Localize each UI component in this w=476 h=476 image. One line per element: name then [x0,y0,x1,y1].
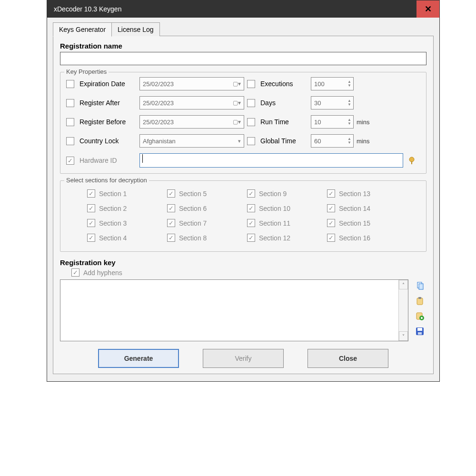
svg-rect-9 [421,317,422,319]
country-lock-label: Country Lock [79,137,137,145]
svg-rect-3 [419,284,423,289]
global-time-spinner[interactable]: 60 ▲▼ [311,134,354,148]
window-title: xDecoder 10.3 Keygen [54,5,416,13]
spinner-buttons[interactable]: ▲▼ [347,118,351,126]
scroll-down-icon[interactable]: ˅ [399,331,408,341]
copy-icon[interactable] [415,280,425,291]
section-2-checkbox[interactable] [87,204,95,212]
expiration-date-checkbox[interactable] [66,80,74,88]
registration-key-label: Registration key [60,258,426,267]
sections-group: Select sections for decryption Section 1… [60,180,426,252]
register-after-label: Register After [79,99,137,107]
registration-name-label: Registration name [60,42,426,50]
add-icon[interactable] [415,311,425,321]
window: xDecoder 10.3 Keygen ✕ Keys Generator Li… [47,0,440,382]
country-lock-select[interactable]: Afghanistan ▾ [139,134,244,148]
tab-keys-generator[interactable]: Keys Generator [53,22,112,37]
tab-strip: Keys Generator License Log [53,22,434,36]
hardware-id-label: Hardware ID [79,157,137,164]
run-time-label: Run Time [260,118,308,126]
add-hyphens-checkbox[interactable] [71,268,79,277]
registration-name-input[interactable] [60,52,426,65]
section-4-checkbox[interactable] [87,234,95,242]
save-icon[interactable] [415,326,425,337]
section-7-checkbox[interactable] [167,219,175,227]
days-label: Days [260,99,308,107]
section-6-checkbox[interactable] [167,204,175,212]
days-spinner[interactable]: 30 ▲▼ [311,96,354,109]
section-12-checkbox[interactable] [247,234,255,242]
pin-icon[interactable] [406,155,417,166]
calendar-icon: ▢▾ [233,99,241,106]
titlebar: xDecoder 10.3 Keygen ✕ [47,0,439,18]
calendar-icon: ▢▾ [233,119,241,125]
paste-icon[interactable] [415,296,425,306]
svg-rect-11 [417,328,422,331]
global-time-units: mins [357,138,376,145]
scroll-up-icon[interactable]: ˄ [399,280,408,289]
days-checkbox[interactable] [247,99,255,107]
section-5-checkbox[interactable] [167,189,175,198]
window-close-button[interactable]: ✕ [416,0,439,18]
spinner-buttons[interactable]: ▲▼ [347,99,351,107]
svg-rect-5 [418,297,421,299]
section-14-checkbox[interactable] [327,204,335,212]
run-time-units: mins [357,119,376,126]
sections-legend: Select sections for decryption [64,177,149,184]
executions-spinner[interactable]: 100 ▲▼ [311,77,354,90]
run-time-spinner[interactable]: 10 ▲▼ [311,115,354,129]
executions-label: Executions [260,80,308,88]
svg-point-0 [409,157,414,162]
section-10-checkbox[interactable] [247,204,255,212]
section-15-checkbox[interactable] [327,219,335,227]
svg-rect-1 [411,161,412,164]
section-1-checkbox[interactable] [87,189,95,198]
generate-button[interactable]: Generate [98,349,179,368]
tab-body: Registration name Key Properties Expirat… [53,36,434,374]
verify-button[interactable]: Verify [203,349,284,368]
section-3-checkbox[interactable] [87,219,95,227]
hardware-id-input[interactable] [139,153,403,168]
run-time-checkbox[interactable] [247,118,255,126]
registration-key-textarea[interactable]: ˄ ˅ [60,279,408,341]
register-before-checkbox[interactable] [66,118,74,126]
country-lock-checkbox[interactable] [66,137,74,145]
register-before-label: Register Before [79,118,137,126]
key-properties-legend: Key Properties [64,68,109,75]
section-16-checkbox[interactable] [327,234,335,242]
register-after-input[interactable]: 25/02/2023 ▢▾ [139,96,244,109]
chevron-down-icon: ▾ [238,138,241,144]
register-before-input[interactable]: 25/02/2023 ▢▾ [139,115,244,129]
section-13-checkbox[interactable] [327,189,335,198]
add-hyphens-label: Add hyphens [83,269,122,277]
section-9-checkbox[interactable] [247,189,255,198]
section-8-checkbox[interactable] [167,234,175,242]
calendar-icon: ▢▾ [233,80,241,87]
spinner-buttons[interactable]: ▲▼ [347,80,351,88]
global-time-label: Global Time [260,137,308,145]
expiration-date-label: Expiration Date [79,80,137,88]
executions-checkbox[interactable] [247,80,255,88]
svg-rect-4 [417,298,423,305]
close-button[interactable]: Close [307,349,388,368]
expiration-date-input[interactable]: 25/02/2023 ▢▾ [139,77,244,90]
svg-rect-12 [418,332,422,335]
hardware-id-checkbox[interactable] [66,157,74,165]
global-time-checkbox[interactable] [247,137,255,145]
tab-license-log[interactable]: License Log [112,22,160,36]
register-after-checkbox[interactable] [66,99,74,107]
section-11-checkbox[interactable] [247,219,255,227]
key-properties-group: Key Properties Expiration Date 25/02/202… [60,72,426,174]
spinner-buttons[interactable]: ▲▼ [347,137,351,145]
scrollbar[interactable]: ˄ ˅ [398,280,408,341]
